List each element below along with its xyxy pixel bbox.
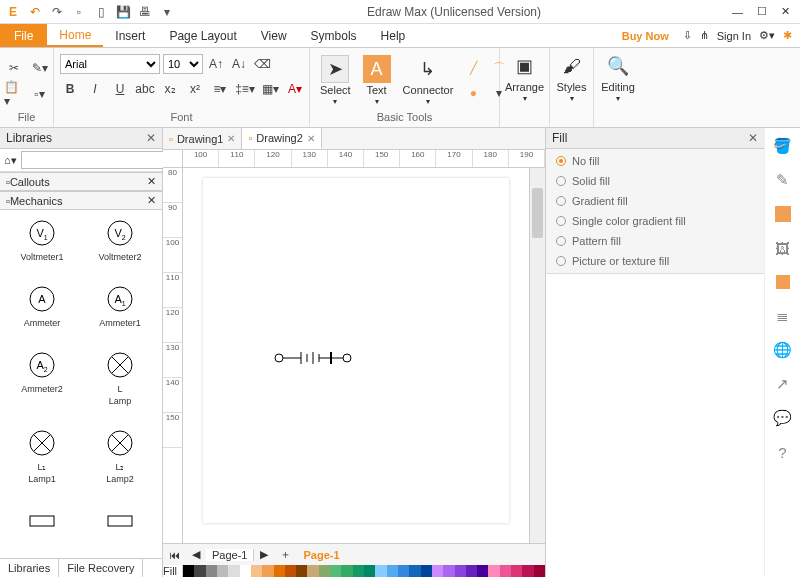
redo-icon[interactable]: ↷ xyxy=(48,3,66,21)
highlight-button[interactable]: ▦▾ xyxy=(260,79,280,99)
font-name-select[interactable]: Arial xyxy=(60,54,160,74)
bold-button[interactable]: B xyxy=(60,79,80,99)
fill-opt-2[interactable]: Gradient fill xyxy=(556,195,754,207)
italic-button[interactable]: I xyxy=(85,79,105,99)
close-drawing1-icon[interactable]: ✕ xyxy=(227,133,235,144)
ellipse-shape-icon[interactable]: ● xyxy=(463,83,483,103)
shape-voltmeter1[interactable]: V1Voltmeter1 xyxy=(4,216,80,276)
app-icon[interactable]: E xyxy=(4,3,22,21)
fill-opt-1[interactable]: Solid fill xyxy=(556,175,754,187)
connector-tool[interactable]: ↳ Connector▾ xyxy=(399,53,458,108)
underline-button[interactable]: U xyxy=(110,79,130,99)
close-icon[interactable]: ✕ xyxy=(781,5,790,18)
undo-icon[interactable]: ↶ xyxy=(26,3,44,21)
file-recovery-tab[interactable]: File Recovery xyxy=(59,559,143,577)
sign-in-link[interactable]: Sign In xyxy=(717,30,751,42)
font-size-select[interactable]: 10 xyxy=(163,54,203,74)
save-icon[interactable]: 💾 xyxy=(114,3,132,21)
cut-icon[interactable]: ✂ xyxy=(4,58,24,78)
doc-tab-drawing2[interactable]: ▫Drawing2✕ xyxy=(242,128,321,149)
shape-voltmeter2[interactable]: V2Voltmeter2 xyxy=(82,216,158,276)
close-drawing2-icon[interactable]: ✕ xyxy=(307,133,315,144)
paste-icon[interactable]: 📋▾ xyxy=(4,84,24,104)
font-color-button[interactable]: A▾ xyxy=(285,79,305,99)
picture-tool-icon[interactable]: 🖼 xyxy=(771,236,795,260)
shape-ammeter1[interactable]: A1Ammeter1 xyxy=(82,282,158,342)
page-tab-1[interactable]: Page-1 xyxy=(206,549,254,561)
mechanics-section[interactable]: ▫ Mechanics ✕ xyxy=(0,191,162,210)
close-libraries-icon[interactable]: ✕ xyxy=(146,131,156,145)
print-icon[interactable]: 🖶 xyxy=(136,3,154,21)
vertical-scrollbar[interactable] xyxy=(529,168,545,543)
open-icon[interactable]: ▯ xyxy=(92,3,110,21)
align-button[interactable]: ≡▾ xyxy=(210,79,230,99)
next-page-icon[interactable]: ▶ xyxy=(254,548,274,561)
web-tool-icon[interactable]: 🌐 xyxy=(771,338,795,362)
file-menu[interactable]: File xyxy=(0,24,47,47)
doc-tab-drawing1[interactable]: ▫Drawing1✕ xyxy=(163,128,242,149)
close-mechanics-icon[interactable]: ✕ xyxy=(147,194,156,207)
text-tool[interactable]: A Text▾ xyxy=(359,53,395,108)
subscript-button[interactable]: x₂ xyxy=(160,79,180,99)
prev-page-icon[interactable]: ◀ xyxy=(186,548,206,561)
format-painter-icon[interactable]: ✎▾ xyxy=(30,58,50,78)
copy-icon[interactable]: ▫▾ xyxy=(30,84,50,104)
minimize-icon[interactable]: — xyxy=(732,6,743,18)
settings-icon[interactable]: ⚙▾ xyxy=(759,29,775,42)
close-fill-icon[interactable]: ✕ xyxy=(748,131,758,145)
styles-button[interactable]: 🖌 Styles▾ xyxy=(556,50,587,105)
library-search-input[interactable] xyxy=(21,151,165,169)
decrease-font-icon[interactable]: A↓ xyxy=(229,54,249,74)
fill-opt-5[interactable]: Picture or texture fill xyxy=(556,255,754,267)
color-palette[interactable]: Fill xyxy=(163,565,545,577)
editing-button[interactable]: 🔍 Editing▾ xyxy=(600,50,636,105)
arrange-button[interactable]: ▣ Arrange▾ xyxy=(506,50,543,105)
menu-help[interactable]: Help xyxy=(369,24,418,47)
new-icon[interactable]: ▫ xyxy=(70,3,88,21)
first-page-icon[interactable]: ⏮ xyxy=(163,549,186,561)
shape-rect[interactable] xyxy=(4,504,80,552)
fill-opt-4[interactable]: Pattern fill xyxy=(556,235,754,247)
page-tool-icon[interactable]: ≣ xyxy=(771,304,795,328)
help-tool-icon[interactable]: ? xyxy=(771,440,795,464)
add-page-icon[interactable]: ＋ xyxy=(274,547,297,562)
share-icon[interactable]: ⋔ xyxy=(700,29,709,42)
qat-more-icon[interactable]: ▾ xyxy=(158,3,176,21)
clear-format-icon[interactable]: ⌫ xyxy=(252,54,272,74)
export-tool-icon[interactable]: ↗ xyxy=(771,372,795,396)
comment-tool-icon[interactable]: 💬 xyxy=(771,406,795,430)
superscript-button[interactable]: x² xyxy=(185,79,205,99)
fill-opt-3[interactable]: Single color gradient fill xyxy=(556,215,754,227)
select-tool[interactable]: ➤ Select▾ xyxy=(316,53,355,108)
shape-rect[interactable] xyxy=(82,504,158,552)
buy-now-link[interactable]: Buy Now xyxy=(616,24,675,47)
fill-tool-icon[interactable]: 🪣 xyxy=(771,134,795,158)
layer-tool-icon[interactable] xyxy=(771,270,795,294)
menu-page-layout[interactable]: Page Layout xyxy=(157,24,248,47)
fill-opt-0[interactable]: No fill xyxy=(556,155,754,167)
shape-ammeter2[interactable]: A2Ammeter2 xyxy=(4,348,80,420)
line-shape-icon[interactable]: ╱ xyxy=(463,58,483,78)
line-tool-icon[interactable]: ✎ xyxy=(771,168,795,192)
shape-lamp[interactable]: LLamp xyxy=(82,348,158,420)
menu-home[interactable]: Home xyxy=(47,24,103,47)
close-callouts-icon[interactable]: ✕ xyxy=(147,175,156,188)
shape-fill-icon[interactable] xyxy=(771,202,795,226)
export-icon[interactable]: ⇩ xyxy=(683,29,692,42)
shape-lamp2[interactable]: L₂Lamp2 xyxy=(82,426,158,498)
menu-symbols[interactable]: Symbols xyxy=(299,24,369,47)
drawing-canvas[interactable] xyxy=(183,168,529,543)
menu-view[interactable]: View xyxy=(249,24,299,47)
strike-button[interactable]: abc xyxy=(135,79,155,99)
shape-lamp1[interactable]: L₁Lamp1 xyxy=(4,426,80,498)
svg-rect-20 xyxy=(108,516,132,526)
circuit-shape[interactable] xyxy=(273,348,373,368)
line-spacing-button[interactable]: ‡≡▾ xyxy=(235,79,255,99)
callouts-section[interactable]: ▫ Callouts ✕ xyxy=(0,172,162,191)
home-icon[interactable]: ⌂▾ xyxy=(4,154,17,167)
libraries-tab[interactable]: Libraries xyxy=(0,559,59,577)
menu-insert[interactable]: Insert xyxy=(103,24,157,47)
shape-ammeter[interactable]: AAmmeter xyxy=(4,282,80,342)
increase-font-icon[interactable]: A↑ xyxy=(206,54,226,74)
maximize-icon[interactable]: ☐ xyxy=(757,5,767,18)
